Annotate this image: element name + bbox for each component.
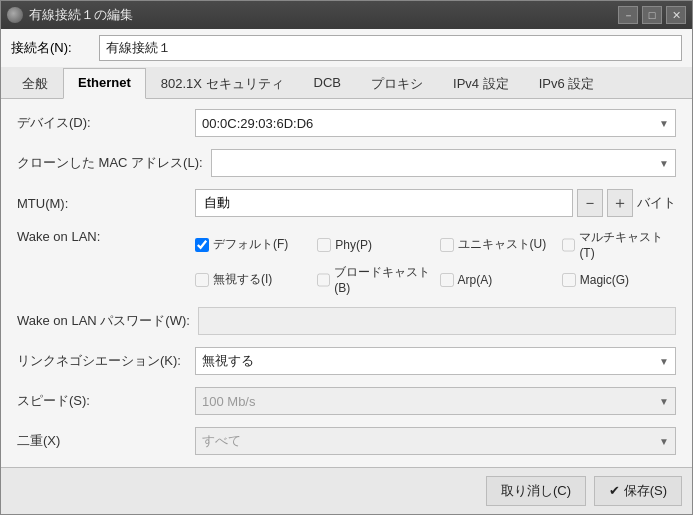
speed-dropdown[interactable]: 100 Mb/s ▼ <box>195 387 676 415</box>
wake-checkbox-phy[interactable] <box>317 238 331 252</box>
duplex-label: 二重(X) <box>17 432 187 450</box>
wake-option-multicast[interactable]: マルチキャスト(T) <box>562 229 676 260</box>
close-button[interactable]: ✕ <box>666 6 686 24</box>
duplex-arrow: ▼ <box>659 436 669 447</box>
wake-checkbox-broadcast[interactable] <box>317 273 330 287</box>
wake-label-unicast: ユニキャスト(U) <box>458 236 547 253</box>
wake-label-multicast: マルチキャスト(T) <box>579 229 676 260</box>
mtu-plus-button[interactable]: ＋ <box>607 189 633 217</box>
cloned-mac-dropdown[interactable]: ▼ <box>211 149 676 177</box>
cloned-mac-row: クローンした MAC アドレス(L): ▼ <box>17 149 676 177</box>
titlebar: 有線接続１の編集 － □ ✕ <box>1 1 692 29</box>
wake-label-magic: Magic(G) <box>580 273 629 287</box>
mtu-minus-button[interactable]: － <box>577 189 603 217</box>
link-negotiation-control: 無視する ▼ <box>195 347 676 375</box>
mtu-label: MTU(M): <box>17 196 187 211</box>
save-button[interactable]: ✔ 保存(S) <box>594 476 682 506</box>
wake-checkbox-multicast[interactable] <box>562 238 576 252</box>
wake-label-arp: Arp(A) <box>458 273 493 287</box>
tab-general[interactable]: 全般 <box>7 68 63 99</box>
wake-on-lan-options: デフォルト(F) Phy(P) ユニキャスト(U) マルチキャスト(T) 無視す… <box>195 229 676 295</box>
connection-name-row: 接続名(N): <box>1 29 692 67</box>
wake-password-input <box>198 307 676 335</box>
wake-checkbox-unicast[interactable] <box>440 238 454 252</box>
wake-option-arp[interactable]: Arp(A) <box>440 264 554 295</box>
minimize-button[interactable]: － <box>618 6 638 24</box>
tabs-bar: 全般 Ethernet 802.1X セキュリティ DCB プロキシ IPv4 … <box>1 67 692 99</box>
link-negotiation-arrow: ▼ <box>659 356 669 367</box>
device-dropdown[interactable]: 00:0C:29:03:6D:D6 ▼ <box>195 109 676 137</box>
wake-option-ignore[interactable]: 無視する(I) <box>195 264 309 295</box>
main-window: 有線接続１の編集 － □ ✕ 接続名(N): 全般 Ethernet 802.1… <box>0 0 693 515</box>
wake-password-row: Wake on LAN パスワード(W): <box>17 307 676 335</box>
device-value: 00:0C:29:03:6D:D6 <box>202 116 313 131</box>
titlebar-left: 有線接続１の編集 <box>7 6 133 24</box>
device-row: デバイス(D): 00:0C:29:03:6D:D6 ▼ <box>17 109 676 137</box>
device-dropdown-arrow: ▼ <box>659 118 669 129</box>
tab-proxy[interactable]: プロキシ <box>356 68 438 99</box>
wake-option-phy[interactable]: Phy(P) <box>317 229 431 260</box>
mtu-input[interactable] <box>195 189 573 217</box>
connection-name-input[interactable] <box>99 35 682 61</box>
cloned-mac-label: クローンした MAC アドレス(L): <box>17 154 203 172</box>
speed-row: スピード(S): 100 Mb/s ▼ <box>17 387 676 415</box>
wake-label-default: デフォルト(F) <box>213 236 288 253</box>
wake-option-broadcast[interactable]: ブロードキャスト(B) <box>317 264 431 295</box>
duplex-row: 二重(X) すべて ▼ <box>17 427 676 455</box>
wake-password-control <box>198 307 676 335</box>
mtu-unit: バイト <box>637 194 676 212</box>
wake-label-broadcast: ブロードキャスト(B) <box>334 264 431 295</box>
wake-checkbox-magic[interactable] <box>562 273 576 287</box>
tab-ethernet[interactable]: Ethernet <box>63 68 146 99</box>
wake-checkbox-ignore[interactable] <box>195 273 209 287</box>
wake-checkbox-arp[interactable] <box>440 273 454 287</box>
speed-arrow: ▼ <box>659 396 669 407</box>
link-negotiation-value: 無視する <box>202 352 254 370</box>
wake-option-magic[interactable]: Magic(G) <box>562 264 676 295</box>
wake-password-label: Wake on LAN パスワード(W): <box>17 312 190 330</box>
wake-on-lan-row: Wake on LAN: デフォルト(F) Phy(P) ユニキャスト(U) マ… <box>17 229 676 295</box>
device-control: 00:0C:29:03:6D:D6 ▼ <box>195 109 676 137</box>
wake-label-phy: Phy(P) <box>335 238 372 252</box>
footer: 取り消し(C) ✔ 保存(S) <box>1 467 692 514</box>
wake-option-default[interactable]: デフォルト(F) <box>195 229 309 260</box>
device-label: デバイス(D): <box>17 114 187 132</box>
connection-name-label: 接続名(N): <box>11 39 91 57</box>
duplex-value: すべて <box>202 432 241 450</box>
cancel-button[interactable]: 取り消し(C) <box>486 476 586 506</box>
tab-dcb[interactable]: DCB <box>299 68 356 99</box>
link-negotiation-dropdown[interactable]: 無視する ▼ <box>195 347 676 375</box>
window-title: 有線接続１の編集 <box>29 6 133 24</box>
mtu-control: － ＋ バイト <box>195 189 676 217</box>
wake-option-unicast[interactable]: ユニキャスト(U) <box>440 229 554 260</box>
tab-8021x[interactable]: 802.1X セキュリティ <box>146 68 299 99</box>
link-negotiation-label: リンクネゴシエーション(K): <box>17 352 187 370</box>
wake-checkbox-default[interactable] <box>195 238 209 252</box>
link-negotiation-row: リンクネゴシエーション(K): 無視する ▼ <box>17 347 676 375</box>
duplex-dropdown[interactable]: すべて ▼ <box>195 427 676 455</box>
wake-on-lan-label: Wake on LAN: <box>17 229 187 244</box>
speed-control: 100 Mb/s ▼ <box>195 387 676 415</box>
mtu-row: MTU(M): － ＋ バイト <box>17 189 676 217</box>
speed-label: スピード(S): <box>17 392 187 410</box>
app-icon <box>7 7 23 23</box>
tab-ipv4[interactable]: IPv4 設定 <box>438 68 524 99</box>
speed-value: 100 Mb/s <box>202 394 255 409</box>
wake-label-ignore: 無視する(I) <box>213 271 272 288</box>
cloned-mac-control: ▼ <box>211 149 676 177</box>
tab-ipv6[interactable]: IPv6 設定 <box>524 68 610 99</box>
maximize-button[interactable]: □ <box>642 6 662 24</box>
titlebar-controls: － □ ✕ <box>618 6 686 24</box>
tab-content: デバイス(D): 00:0C:29:03:6D:D6 ▼ クローンした MAC … <box>1 99 692 467</box>
duplex-control: すべて ▼ <box>195 427 676 455</box>
cloned-mac-dropdown-arrow: ▼ <box>659 158 669 169</box>
